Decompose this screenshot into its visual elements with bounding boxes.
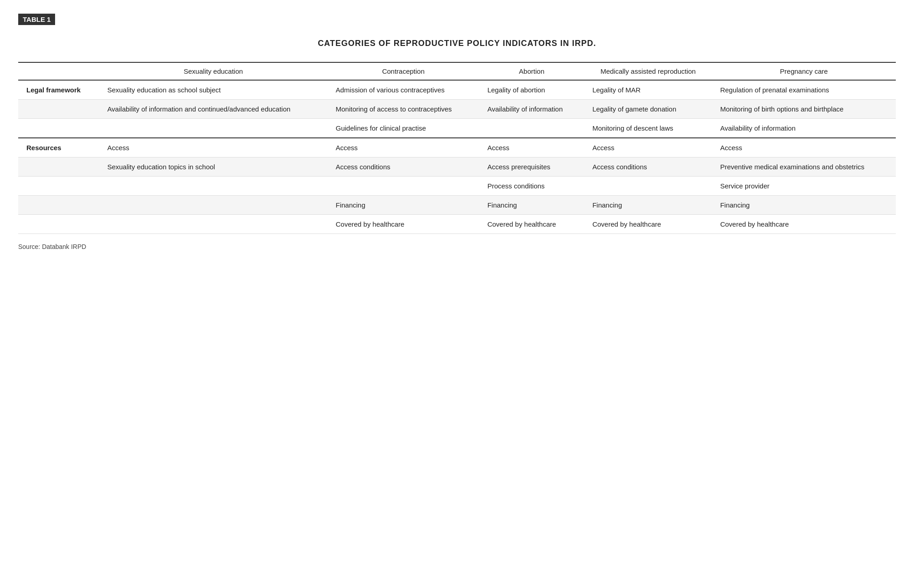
row-section-header: [18, 100, 99, 119]
col-header-contraception: Contraception: [327, 62, 479, 80]
table-cell: Financing: [479, 196, 584, 215]
table-cell: Monitoring of descent laws: [584, 119, 712, 138]
table-cell: Guidelines for clinical practise: [327, 119, 479, 138]
table-cell: [99, 119, 328, 138]
table-row: Legal frameworkSexuality education as sc…: [18, 80, 896, 100]
table-row: Guidelines for clinical practiseMonitori…: [18, 119, 896, 138]
table-cell: Access conditions: [327, 157, 479, 177]
table-cell: Financing: [584, 196, 712, 215]
table-cell: [479, 119, 584, 138]
table-cell: [99, 215, 328, 234]
table-cell: Covered by healthcare: [584, 215, 712, 234]
table-cell: Access: [479, 138, 584, 157]
table-cell: Legality of MAR: [584, 80, 712, 100]
table-row: Sexuality education topics in schoolAcce…: [18, 157, 896, 177]
col-header-abortion: Abortion: [479, 62, 584, 80]
table-cell: Admission of various contraceptives: [327, 80, 479, 100]
table-cell: Preventive medical examinations and obst…: [712, 157, 896, 177]
table-cell: Monitoring of birth options and birthpla…: [712, 100, 896, 119]
col-header-pregnancy-care: Pregnancy care: [712, 62, 896, 80]
row-section-header: [18, 177, 99, 196]
table-cell: Sexuality education topics in school: [99, 157, 328, 177]
col-header-empty: [18, 62, 99, 80]
table-cell: Monitoring of access to contraceptives: [327, 100, 479, 119]
table-cell: Regulation of prenatal examinations: [712, 80, 896, 100]
row-section-header: [18, 157, 99, 177]
row-section-header: [18, 196, 99, 215]
table-cell: Access: [584, 138, 712, 157]
table-cell: Access: [712, 138, 896, 157]
table-title: CATEGORIES OF REPRODUCTIVE POLICY INDICA…: [18, 39, 896, 48]
table-cell: Financing: [327, 196, 479, 215]
table-cell: Access conditions: [584, 157, 712, 177]
table-row: Covered by healthcareCovered by healthca…: [18, 215, 896, 234]
col-header-mar: Medically assisted reproduction: [584, 62, 712, 80]
table-cell: Availability of information: [712, 119, 896, 138]
table-row: Availability of information and continue…: [18, 100, 896, 119]
table-cell: Covered by healthcare: [327, 215, 479, 234]
table-cell: Covered by healthcare: [712, 215, 896, 234]
table-cell: Covered by healthcare: [479, 215, 584, 234]
table-cell: Financing: [712, 196, 896, 215]
table-cell: Availability of information: [479, 100, 584, 119]
main-table: Sexuality education Contraception Aborti…: [18, 62, 896, 234]
table-cell: [327, 177, 479, 196]
table-cell: [99, 177, 328, 196]
row-section-header: [18, 215, 99, 234]
table-cell: Access: [99, 138, 328, 157]
table-cell: Sexuality education as school subject: [99, 80, 328, 100]
table-label: TABLE 1: [18, 14, 55, 25]
table-row: Process conditionsService provider: [18, 177, 896, 196]
row-section-header: Legal framework: [18, 80, 99, 100]
table-cell: Access: [327, 138, 479, 157]
table-row: FinancingFinancingFinancingFinancing: [18, 196, 896, 215]
table-cell: [584, 177, 712, 196]
source-note: Source: Databank IRPD: [18, 243, 896, 250]
table-row: ResourcesAccessAccessAccessAccessAccess: [18, 138, 896, 157]
table-cell: Process conditions: [479, 177, 584, 196]
col-header-sexuality-education: Sexuality education: [99, 62, 328, 80]
table-cell: Service provider: [712, 177, 896, 196]
row-section-header: Resources: [18, 138, 99, 157]
table-cell: Legality of gamete donation: [584, 100, 712, 119]
table-cell: Availability of information and continue…: [99, 100, 328, 119]
row-section-header: [18, 119, 99, 138]
table-cell: [99, 196, 328, 215]
table-cell: Access prerequisites: [479, 157, 584, 177]
table-cell: Legality of abortion: [479, 80, 584, 100]
